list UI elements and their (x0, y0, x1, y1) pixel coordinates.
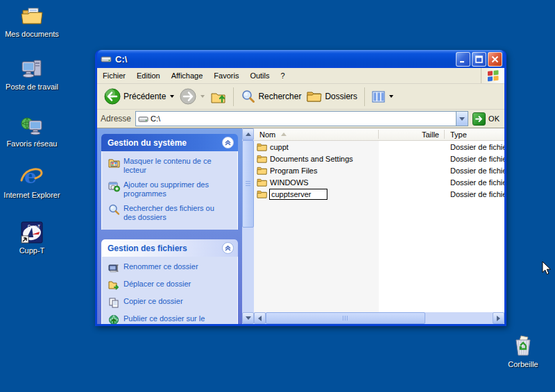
svg-text:Cupp-T: Cupp-T (28, 224, 40, 228)
window-titlebar[interactable]: C:\ (97, 50, 504, 68)
forward-icon (180, 88, 196, 105)
file-row-windows[interactable]: WINDOWS Dossier de fichier (254, 176, 504, 188)
scroll-right-button[interactable] (493, 312, 504, 324)
address-input[interactable] (151, 112, 456, 125)
minimize-button[interactable] (456, 52, 470, 67)
desktop: Mes documents Poste de travail Favoris r… (0, 0, 555, 392)
add-remove-programs-icon (108, 180, 120, 192)
windows-logo (481, 68, 504, 83)
maximize-button[interactable] (472, 52, 486, 67)
horizontal-scroll-thumb[interactable] (266, 312, 425, 324)
scroll-down-button[interactable] (242, 312, 254, 324)
go-arrow-icon (472, 112, 486, 126)
folders-label: Dossiers (325, 92, 357, 101)
task-hide-drive-contents[interactable]: Masquer le contenu de ce lecteur (108, 157, 233, 175)
menu-favoris[interactable]: Favoris (208, 68, 244, 83)
explorer-content: Gestion du système (97, 128, 504, 324)
folder-icon (257, 166, 267, 175)
desktop-icon-label: Mes documents (0, 30, 64, 39)
desktop-icon-mes-documents[interactable]: Mes documents (0, 4, 64, 39)
menu-fichier[interactable]: Fichier (97, 68, 131, 83)
task-search-files[interactable]: Rechercher des fichiers ou des dossiers (108, 204, 233, 222)
collapse-chevron-icon[interactable] (222, 137, 234, 148)
desktop-icon-internet-explorer[interactable]: e Internet Explorer (0, 165, 64, 200)
rename-icon (108, 262, 120, 274)
forward-button[interactable] (177, 87, 207, 106)
task-rename-folder[interactable]: Renommer ce dossier (108, 262, 233, 274)
vertical-scroll-thumb[interactable] (242, 140, 254, 228)
my-documents-icon (20, 4, 44, 28)
task-label: Ajouter ou supprimer des programmes (123, 180, 222, 198)
menu-edition[interactable]: Edition (131, 68, 166, 83)
column-header-nom[interactable]: Nom (254, 128, 379, 140)
address-dropdown-button[interactable] (456, 112, 468, 126)
search-label: Rechercher (258, 92, 301, 101)
scroll-up-button[interactable] (242, 128, 254, 140)
sort-ascending-icon (281, 133, 287, 136)
toolbar-separator (364, 87, 365, 106)
go-button[interactable]: OK (472, 112, 501, 126)
menu-bar: Fichier Edition Affichage Favoris Outils… (97, 68, 504, 84)
task-move-folder[interactable]: Déplacer ce dossier (108, 280, 233, 291)
filelist-horizontal-scrollbar[interactable] (254, 312, 504, 324)
panel-gestion-du-systeme: Gestion du système (101, 134, 238, 230)
panel-header-system[interactable]: Gestion du système (101, 134, 238, 151)
task-add-remove-programs[interactable]: Ajouter ou supprimer des programmes (108, 180, 233, 198)
taskpane-vertical-scrollbar[interactable] (242, 128, 254, 324)
file-row-program-files[interactable]: Program Files Dossier de fichier (254, 164, 504, 176)
task-label: Copier ce dossier (123, 297, 183, 306)
address-combobox[interactable] (135, 111, 468, 126)
back-label: Précédente (123, 92, 166, 101)
scroll-left-button[interactable] (254, 312, 266, 324)
task-label: Publier ce dossier sur le Web (123, 314, 222, 324)
panel-body: Renommer ce dossier Déplacer ce dossier (101, 257, 238, 324)
up-button[interactable] (207, 87, 229, 106)
copy-folder-icon (108, 297, 120, 309)
hide-drive-contents-icon (108, 157, 120, 169)
back-dropdown-caret[interactable] (170, 95, 174, 98)
menu-outils[interactable]: Outils (244, 68, 275, 83)
search-button[interactable]: Rechercher (238, 88, 304, 105)
cupp-t-shortcut-icon: Cupp-T (20, 221, 44, 244)
folder-icon (257, 189, 267, 198)
folders-icon (307, 90, 322, 103)
rename-input[interactable] (270, 189, 327, 198)
back-button[interactable]: Précédente (101, 87, 177, 106)
menu-aide[interactable]: ? (275, 68, 291, 83)
file-row-cupptserver-renaming[interactable]: Dossier de fichier (254, 188, 504, 200)
desktop-icon-poste-de-travail[interactable]: Poste de travail (0, 57, 64, 92)
panel-title: Gestion du système (108, 138, 187, 148)
close-button[interactable] (488, 52, 502, 67)
folder-icon (257, 154, 267, 163)
rename-edit-box[interactable] (269, 189, 327, 200)
go-label: OK (488, 114, 500, 123)
column-header-type[interactable]: Type (445, 128, 504, 140)
desktop-icon-cupp-t[interactable]: Cupp-T Cupp-T (0, 221, 64, 255)
recycle-bin-icon (511, 334, 535, 358)
folder-up-icon (210, 89, 226, 105)
views-icon (372, 91, 385, 103)
desktop-icon-favoris-reseau[interactable]: Favoris réseau (0, 114, 64, 148)
folders-button[interactable]: Dossiers (304, 88, 360, 105)
internet-explorer-icon: e (20, 165, 44, 189)
desktop-icon-label: Corbeille (491, 360, 555, 369)
views-button[interactable] (369, 90, 396, 104)
drive-icon (101, 53, 112, 65)
my-computer-icon (20, 57, 44, 80)
desktop-icon-corbeille[interactable]: Corbeille (491, 334, 555, 369)
column-header-taille[interactable]: Taille (379, 128, 445, 140)
desktop-icon-label: Cupp-T (0, 246, 64, 255)
task-publish-web[interactable]: Publier ce dossier sur le Web (108, 314, 233, 324)
panel-header-files[interactable]: Gestion des fichiers (101, 239, 238, 257)
task-copy-folder[interactable]: Copier ce dossier (108, 297, 233, 309)
collapse-chevron-icon[interactable] (222, 242, 234, 254)
file-row-cuppt[interactable]: cuppt Dossier de fichier (254, 141, 504, 153)
desktop-icon-label: Favoris réseau (0, 139, 64, 148)
task-pane: Gestion du système (97, 128, 242, 324)
move-folder-icon (108, 280, 120, 291)
toolbar-separator (233, 87, 234, 106)
views-dropdown-caret[interactable] (389, 95, 393, 98)
file-row-documents-and-settings[interactable]: Documents and Settings Dossier de fichie… (254, 153, 504, 164)
task-label: Renommer ce dossier (123, 262, 198, 271)
menu-affichage[interactable]: Affichage (166, 68, 209, 83)
